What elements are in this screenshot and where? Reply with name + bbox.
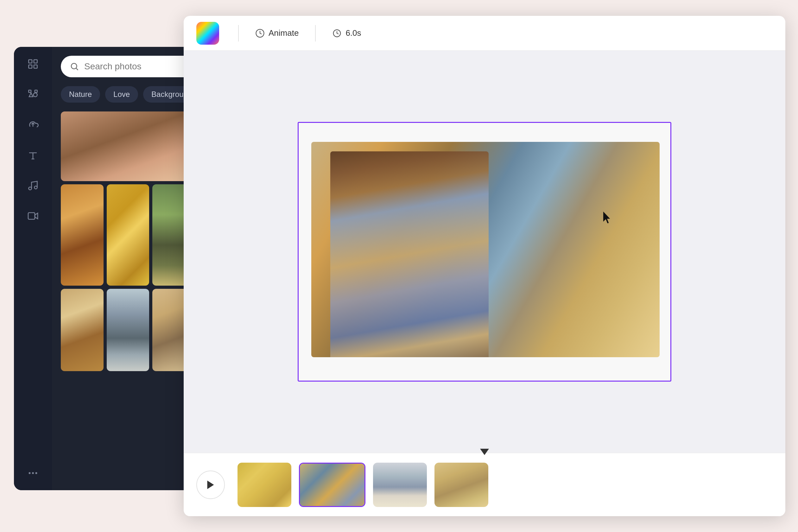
svg-point-13 (71, 63, 77, 69)
photo-item-family[interactable] (61, 112, 195, 181)
sidebar-icon-shapes[interactable] (25, 86, 41, 102)
woman-silhouette (330, 151, 489, 357)
thumb-flowers-bg (238, 463, 291, 507)
photo-item-mountains[interactable] (107, 289, 150, 371)
svg-point-10 (29, 472, 31, 474)
brand-icon[interactable] (196, 22, 219, 45)
svg-rect-0 (29, 60, 32, 63)
photo-item-flowers[interactable] (107, 184, 150, 286)
animate-button[interactable]: Animate (249, 24, 305, 42)
sidebar-icon-text[interactable] (25, 147, 41, 164)
tags-row: Nature Love Background Happy Flowers › (61, 86, 195, 102)
sidebar-icon-more[interactable] (25, 465, 41, 481)
canvas-slide[interactable] (298, 122, 671, 382)
toolbar-divider-1 (238, 25, 239, 41)
timeline-thumb-flowers[interactable] (238, 463, 291, 507)
tag-nature[interactable]: Nature (61, 86, 100, 102)
photo-grid (61, 112, 195, 371)
svg-point-4 (34, 93, 37, 97)
sidebar-icon-upload[interactable] (25, 116, 41, 133)
svg-point-8 (35, 186, 37, 189)
svg-point-11 (32, 472, 34, 474)
sidebar-icon-music[interactable] (25, 177, 41, 194)
animate-label: Animate (268, 28, 299, 38)
duration-label: 6.0s (345, 28, 361, 38)
left-panel: Nature Love Background Happy Flowers › (14, 47, 204, 490)
woman-figure (330, 151, 489, 357)
panel-content: Nature Love Background Happy Flowers › (52, 47, 204, 490)
editor-toolbar: Animate 6.0s (184, 16, 785, 51)
canvas-main-photo (311, 142, 660, 357)
duration-button[interactable]: 6.0s (326, 24, 367, 42)
play-button[interactable] (196, 471, 225, 499)
sidebar-icon-grid[interactable] (25, 56, 41, 72)
sidebar-icon-video[interactable] (25, 208, 41, 224)
sidebar (14, 47, 52, 490)
timeline-area (184, 453, 785, 516)
svg-rect-1 (34, 60, 37, 63)
search-icon (70, 62, 79, 71)
photo-item-dog[interactable] (61, 289, 103, 371)
timeline-indicator (480, 449, 489, 455)
timeline-thumb-desert[interactable] (435, 463, 488, 507)
thumb-desert-bg (435, 463, 488, 507)
svg-rect-9 (28, 213, 35, 220)
search-input[interactable] (84, 61, 186, 72)
photo-item-woman-orange[interactable] (61, 184, 103, 286)
thumb-mountains-bg (373, 463, 427, 507)
editor-canvas-area (184, 51, 785, 453)
search-bar[interactable] (61, 56, 195, 77)
timeline-thumb-woman[interactable] (299, 463, 365, 507)
timeline-thumb-mountains[interactable] (373, 463, 427, 507)
svg-rect-3 (34, 65, 37, 69)
toolbar-divider-2 (315, 25, 316, 41)
tag-love[interactable]: Love (105, 86, 138, 102)
svg-rect-2 (29, 65, 32, 69)
svg-point-12 (36, 472, 37, 474)
cursor-icon (603, 211, 613, 224)
svg-rect-6 (35, 90, 37, 93)
svg-rect-5 (29, 90, 31, 93)
svg-point-7 (29, 187, 32, 190)
right-panel: Animate 6.0s (184, 16, 785, 516)
svg-marker-16 (207, 480, 214, 489)
thumb-woman-bg (300, 463, 364, 506)
